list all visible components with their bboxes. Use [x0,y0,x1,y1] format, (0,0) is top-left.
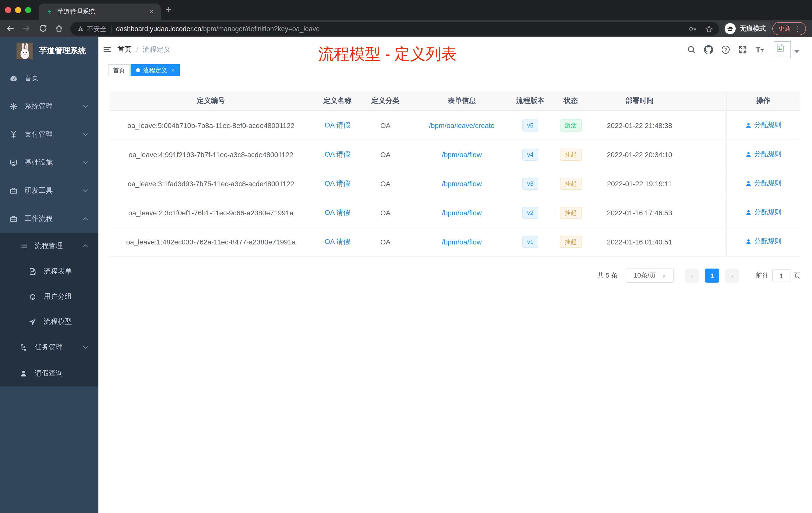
tab-close-icon[interactable]: ✕ [147,8,156,16]
sidebar-item-process-form[interactable]: 流程表单 [0,259,98,284]
search-icon[interactable] [687,45,696,54]
sidebar-item-task-management[interactable]: 任务管理 [0,334,98,360]
form-link[interactable]: /bpm/oa/flow [442,150,482,158]
definition-name-link[interactable]: OA 请假 [325,237,350,245]
version-badge: v5 [522,119,538,131]
definition-id: oa_leave:3:1fad3d93-7b75-11ec-a3c8-acde4… [110,179,312,187]
omnibox-divider [111,25,112,32]
deploy-time: 2022-01-22 19:19:11 [596,179,683,187]
forward-icon[interactable] [22,24,31,33]
breadcrumb-home[interactable]: 首页 [117,45,132,54]
current-page-button[interactable]: 1 [705,269,719,282]
assign-rule-link[interactable]: 分配规则 [745,237,781,246]
sidebar-item-devtools[interactable]: 研发工具 [0,177,98,205]
text-size-icon[interactable]: TT [755,45,764,54]
help-icon[interactable]: ? [721,45,730,54]
new-tab-button[interactable]: + [166,4,172,16]
hamburger-icon[interactable] [103,45,112,54]
browser-menu-dots-icon[interactable]: ⋮ [794,25,801,32]
chevron-up-icon [81,242,89,250]
tag-process-definition[interactable]: 流程定义 × [130,64,180,76]
assign-rule-link[interactable]: 分配规则 [745,121,781,130]
svg-text:T: T [760,48,763,54]
page-unit-label: 页 [794,271,801,280]
chevron-up-icon [81,215,89,223]
sidebar-item-process-model[interactable]: 流程模型 [0,309,98,334]
sidebar-item-leave-query[interactable]: 请假查询 [0,360,98,387]
definition-table: 定义编号 定义名称 定义分类 表单信息 流程版本 状态 部署时间 操作 oa_l… [110,91,801,256]
avatar-caret-icon[interactable] [794,50,800,53]
assign-rule-link[interactable]: 分配规则 [745,208,781,217]
chevron-down-icon [81,187,89,195]
reload-icon[interactable] [39,24,47,33]
window-minimize-button[interactable] [15,7,21,13]
table-row: oa_leave:4:991f2193-7b7f-11ec-a3c8-acde4… [110,140,801,169]
sidebar-item-label: 请假查询 [35,369,63,378]
avatar[interactable] [774,41,791,58]
sidebar-item-process-management[interactable]: 流程管理 [0,233,98,259]
browser-update-button[interactable]: 更新 ⋮ [772,22,806,35]
favicon-plant-icon [46,8,53,15]
next-page-button[interactable]: › [725,269,739,282]
version-badge: v4 [522,148,538,160]
sidebar-item-system[interactable]: 系统管理 [0,92,98,120]
svg-text:?: ? [724,47,727,53]
page-size-select[interactable]: 10条/页 ∨ [626,269,674,282]
incognito-label: 无痕模式 [740,24,766,33]
goto-page-input[interactable] [772,269,790,282]
deploy-time: 2022-01-16 01:40:51 [596,238,683,246]
sidebar-item-label: 基础设施 [25,158,53,167]
sidebar-item-label: 用户分组 [44,292,72,301]
broken-image-icon [776,43,785,52]
fullscreen-icon[interactable] [738,45,747,54]
browser-tab[interactable]: 芋道管理系统 ✕ [39,3,161,20]
app-logo: 芋道管理系统 [0,37,98,64]
sidebar-item-home[interactable]: 首页 [0,64,98,92]
col-header: 流程版本 [515,96,545,105]
definition-id: oa_leave:5:004b710b-7b8a-11ec-8ef0-acde4… [110,121,312,129]
assign-rule-link[interactable]: 分配规则 [745,150,781,159]
sidebar-item-workflow[interactable]: 工作流程 [0,205,98,233]
chevron-down-icon [81,343,89,351]
window-close-button[interactable] [5,7,11,13]
app-root: 芋道管理系统 首页 系统管理 [0,37,812,513]
browser-window: 芋道管理系统 ✕ + 不安全 dashboard.yudao.iocoder.c… [0,0,812,513]
bookmark-star-icon[interactable] [705,25,713,33]
window-zoom-button[interactable] [25,7,31,13]
definition-name-link[interactable]: OA 请假 [325,179,350,187]
definition-name-link[interactable]: OA 请假 [325,150,350,158]
form-link[interactable]: /bpm/oa/flow [442,179,482,187]
security-warning-icon [77,26,84,32]
home-icon[interactable] [55,24,63,33]
sidebar-item-user-group[interactable]: 用户分组 [0,284,98,309]
tag-home[interactable]: 首页 [109,64,129,76]
back-icon[interactable] [6,24,14,33]
breadcrumb-current: 流程定义 [143,45,171,54]
assign-rule-link[interactable]: 分配规则 [745,179,781,188]
tag-label: 流程定义 [143,66,167,74]
active-dot-icon [136,68,140,72]
table-row: oa_leave:2:3c1f0ef1-76b1-11ec-9c66-a2380… [110,198,801,228]
definition-category: OA [362,238,408,246]
form-icon [29,268,37,276]
update-label: 更新 [778,24,791,33]
definition-name-link[interactable]: OA 请假 [325,208,350,216]
status-badge: 挂起 [560,177,582,189]
form-link[interactable]: /bpm/oa/leave/create [429,121,495,129]
sidebar-item-payment[interactable]: 支付管理 [0,120,98,149]
github-icon[interactable] [704,45,713,54]
chevron-down-icon [81,159,89,167]
address-bar[interactable]: 不安全 dashboard.yudao.iocoder.cn/bpm/manag… [70,22,719,36]
prev-page-button[interactable]: ‹ [685,269,699,282]
form-link[interactable]: /bpm/oa/flow [442,209,482,217]
page-content: 定义编号 定义名称 定义分类 表单信息 流程版本 状态 部署时间 操作 oa_l… [98,79,812,513]
user-icon [20,369,28,378]
definition-name-link[interactable]: OA 请假 [325,121,350,129]
form-link[interactable]: /bpm/oa/flow [442,238,482,246]
col-header: 部署时间 [596,96,683,105]
breadcrumb-separator: / [136,46,138,54]
tags-view-bar: 首页 流程定义 × [98,62,812,79]
tag-close-icon[interactable]: × [171,67,174,73]
password-key-icon[interactable] [689,25,697,33]
sidebar-item-infrastructure[interactable]: 基础设施 [0,149,98,177]
